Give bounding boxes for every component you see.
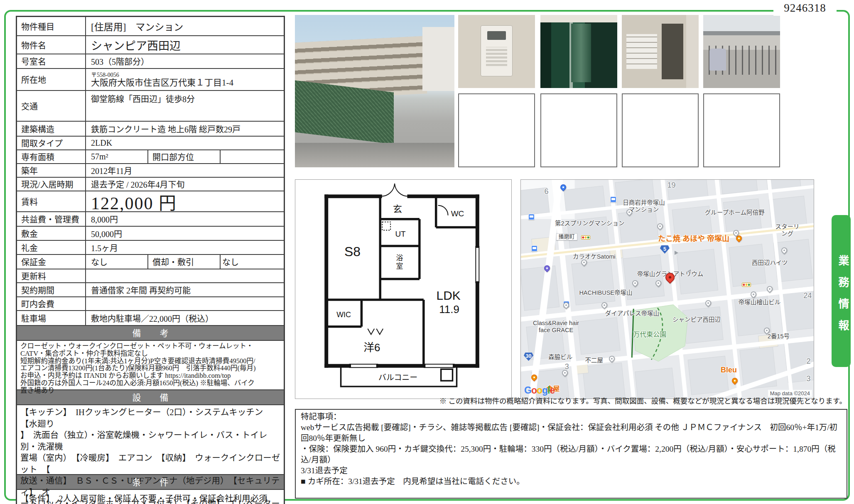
table-row: 間取タイプ2LDK: [17, 136, 284, 149]
address: 大阪府大阪市住吉区万代東１丁目1-4: [91, 78, 233, 88]
row-value-2: なし: [221, 255, 284, 269]
row-label: 賃料: [17, 191, 86, 211]
row-label: 更新料: [17, 269, 86, 282]
map-subject-label: シャンピア西田辺: [672, 316, 721, 323]
table-row: 駐車場敷地内駐車場／22,000円（税込）: [17, 310, 284, 325]
tab-business-info[interactable]: 業務情報: [832, 215, 851, 367]
google-logo: Google: [524, 385, 555, 396]
remarks-text: クローゼット・ウォークインクローゼット・ペット不可・ウォームレット・ CATV・…: [17, 340, 284, 389]
map-poi-label: 日商岩井帝塚山 マンション: [623, 199, 665, 213]
table-row: 契約期間普通借家 2年間 再契約可能: [17, 282, 284, 296]
equipment-header: 設 備: [17, 389, 284, 404]
room-ldk: LDK: [437, 289, 461, 302]
room-wic: WIC: [336, 311, 351, 319]
bus-stop-icon: [610, 196, 616, 203]
row-value: 普通借家 2年間 再契約可能: [86, 283, 284, 296]
row-value: [住居用] マンション: [86, 17, 284, 35]
room-bedroom: 洋6: [363, 342, 380, 353]
row-label: 物件名: [17, 36, 86, 54]
map-poi-label: 不二屋: [585, 357, 604, 364]
bus-stop-icon: [531, 245, 537, 252]
photo-placeholder-4: [703, 93, 780, 167]
table-row: 保証金 なし 償却・敷引 なし: [17, 254, 284, 269]
table-row: 物件名シャンピア西田辺: [17, 35, 284, 54]
property-table: 物件種目[住居用] マンション 物件名シャンピア西田辺 号室名503（5階部分）…: [16, 16, 285, 504]
table-row: 町内会費: [17, 296, 284, 310]
map-poi-label: Class&Ravie hair face GRACE: [533, 320, 579, 333]
block-number: 3: [806, 374, 810, 383]
row-value: 敷地内駐車場／22,000円（税込）: [86, 311, 284, 325]
rent-amount: 122,000 円: [86, 191, 284, 211]
block-number: 24: [803, 291, 812, 300]
row-label: 号室名: [17, 54, 86, 68]
table-row: 建築構造鉄筋コンクリート造 地上6階 総戸数29戸: [17, 121, 284, 136]
table-row: 敷金50,000円: [17, 226, 284, 240]
row-value: 鉄筋コンクリート造 地上6階 総戸数29戸: [86, 122, 284, 136]
row-value: なし: [86, 255, 148, 269]
table-row: 号室名503（5階部分）: [17, 54, 284, 68]
equipment-text: 【キッチン】 IHクッキングヒーター（2口）・システムキッチン 【水廻り 】 洗…: [17, 404, 284, 474]
property-flyer-sheet: 9246318 物件種目[住居用] マンション 物件名シャンピア西田辺 号室名5…: [0, 0, 854, 504]
room-ldk-size: 11.9: [439, 303, 459, 315]
row-value-2: [221, 150, 284, 163]
row-value: 2012年11月: [86, 164, 284, 177]
table-row: 賃料122,000 円: [17, 191, 284, 211]
table-row: 更新料: [17, 269, 284, 282]
row-value: [86, 269, 284, 282]
row-label: 建築構造: [17, 122, 86, 136]
table-row: 共益費・管理費8,000円: [17, 211, 284, 226]
room-bath-1: 浴: [396, 254, 403, 262]
map-poi-label: 森脇ビル: [548, 354, 572, 360]
map-poi-label: カラオケSatomi: [573, 253, 616, 260]
document-number: 9246318: [773, 0, 837, 16]
map-poi-label: グループホーム阿倍野: [705, 209, 765, 216]
row-label: 敷金: [17, 227, 86, 240]
row-label: 専有面積: [17, 150, 86, 163]
conditions-text: 【条件】 2人入居可能・保証人不要・子供可・保証会社利用必須: [17, 489, 284, 504]
photo-intercom-panel: [458, 15, 535, 88]
map-poi-label: HACHIBUSE帝塚山: [579, 289, 632, 296]
photo-elevator: [540, 15, 617, 88]
map-attribution: Map data ©2024: [768, 390, 812, 397]
table-row: 築年2012年11月: [17, 163, 284, 177]
location-map: 6 19 日商岩井帝塚山 マンション グループホーム阿倍野 第2スプリングマンシ…: [520, 179, 814, 399]
map-poi-label: 2番15号: [768, 333, 790, 340]
address-cell: 〒558-0056 大阪府大阪市住吉区万代東１丁目1-4: [86, 69, 284, 90]
block-number: 3: [565, 362, 569, 371]
floor-area: 57m²: [86, 150, 148, 163]
row-value: [86, 297, 284, 310]
special-notes-box: 特記事項： webサービス広告掲載 [要確認]・チラシ、雑誌等掲載広告 [要確認…: [295, 409, 847, 499]
remarks-header: 備 考: [17, 325, 284, 340]
table-row: 専有面積 57m² 開口部方位: [17, 149, 284, 163]
row-value: 503（5階部分）: [86, 54, 284, 68]
one-way-arrow-icon: [675, 251, 680, 255]
row-value: 2LDK: [86, 137, 284, 149]
row-label: 現況/入居時期: [17, 178, 86, 191]
photo-mailboxes: [622, 15, 699, 88]
map-poi-label: 帝塚山檜山ビル: [739, 299, 781, 306]
row-value: 1.5ヶ月: [86, 241, 284, 254]
map-park-label: 万代東公園: [633, 331, 666, 338]
map-poi-label: 西田辺ハイツ: [752, 259, 788, 266]
row-label: 所在地: [17, 69, 86, 90]
table-row: 交通御堂筋線「西田辺」徒歩8分: [17, 90, 284, 121]
map-restaurant-label: たこ焼 あほや 帝塚山: [658, 235, 729, 243]
map-poi-label: スターリング: [774, 223, 800, 237]
special-notes-title: 特記事項：: [301, 411, 842, 422]
row-label: 共益費・管理費: [17, 212, 86, 226]
photo-placeholder-3: [622, 93, 699, 167]
property-name: シャンピア西田辺: [86, 36, 284, 54]
row-value: 50,000円: [86, 227, 284, 240]
room-wc: WC: [451, 209, 464, 218]
table-row: 物件種目[住居用] マンション: [17, 17, 284, 35]
row-value: 御堂筋線「西田辺」徒歩8分: [86, 91, 284, 121]
block-number: 19: [667, 181, 676, 189]
balcony-label: バルコニー: [378, 373, 417, 382]
floor-plan: 玄 WC UT 浴 室 S8 WIC 洋6 LDK 11.9 バルコニー: [295, 179, 512, 399]
map-cafe-label: Bleu: [721, 366, 737, 374]
row-label: 礼金: [17, 241, 86, 254]
photo-placeholder-2: [540, 93, 617, 167]
row-label-2: 償却・敷引: [148, 255, 221, 269]
traffic-light-icon: [742, 283, 751, 287]
row-label: 町内会費: [17, 297, 86, 310]
